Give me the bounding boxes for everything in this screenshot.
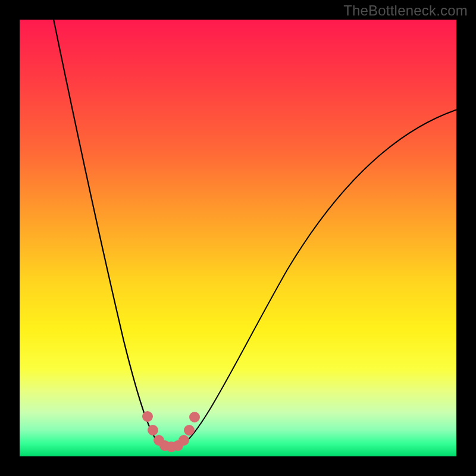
left-branch-curve [51, 20, 161, 446]
plot-area [20, 20, 456, 456]
marker-dot [148, 425, 158, 435]
chart-frame: TheBottleneck.com [0, 0, 476, 476]
marker-dot [179, 436, 189, 445]
curve-layer [20, 20, 456, 456]
marker-dot [190, 412, 199, 422]
marker-dot [143, 412, 152, 421]
sweet-spot-markers [143, 412, 199, 452]
right-branch-curve [181, 108, 456, 446]
watermark-text: TheBottleneck.com [343, 2, 468, 19]
marker-dot [184, 425, 194, 435]
